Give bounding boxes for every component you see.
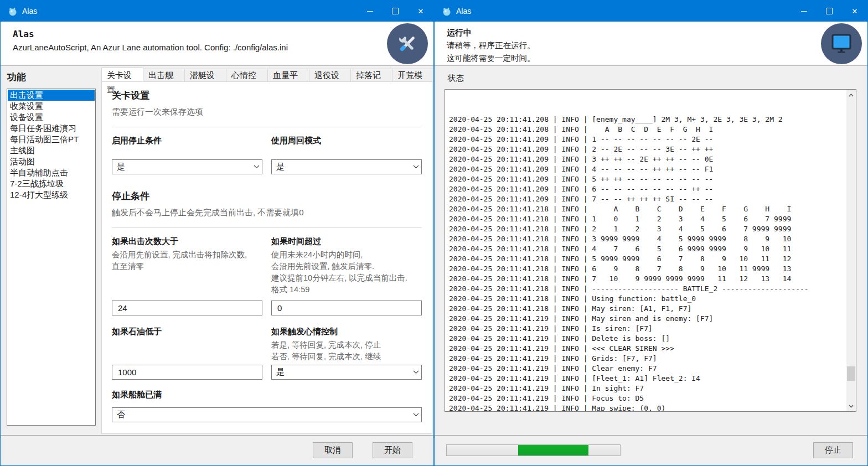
log-line: 2020-04-25 20:11:41.218 | INFO | 3 9999 …	[449, 234, 846, 244]
maximize-button[interactable]	[817, 1, 842, 22]
if-count-input[interactable]	[117, 303, 260, 313]
if-oil-input[interactable]	[117, 367, 260, 377]
divider	[112, 227, 422, 228]
dropdown-value: 是	[117, 162, 125, 172]
minimize-button[interactable]	[791, 1, 817, 22]
sidebar-item-label: 每日活动图三倍PT	[10, 134, 79, 144]
desc-line: 若否, 等待回复, 完成本次, 继续	[271, 351, 422, 363]
log-line: 2020-04-25 20:11:41.219 | INFO | Delete …	[449, 334, 846, 344]
scrollbar-down-button[interactable]	[846, 401, 856, 411]
titlebar[interactable]: Alas ✕	[1, 1, 433, 22]
close-icon: ✕	[852, 8, 858, 15]
sidebar-item[interactable]: 设备设置	[8, 112, 95, 123]
alas-logo-icon	[442, 7, 451, 16]
log-line: 2020-04-25 20:11:41.209 | INFO | 5 ++ ++…	[449, 174, 846, 184]
progress-fill	[518, 445, 588, 455]
log-scrollbar[interactable]	[846, 90, 856, 411]
if-time-field	[271, 301, 422, 315]
tab[interactable]: 血量平衡	[267, 69, 309, 81]
tab[interactable]: 出击舰队	[143, 69, 185, 81]
maximize-button[interactable]	[383, 1, 408, 22]
desc-line: 直至清零	[112, 261, 262, 272]
log-line: 2020-04-25 20:11:41.218 | INFO | 7 10 9 …	[449, 274, 846, 284]
field-desc-if-time: 使用未来24小时内的时间,会沿用先前设置, 触发后清零.建议提前10分钟左右, …	[271, 249, 422, 296]
sidebar-list: 出击设置收菜设置设备设置每日任务困难演习每日活动图三倍PT主线图活动图半自动辅助…	[7, 89, 96, 426]
section-desc-stop-cond: 触发后不会马上停止会先完成当前出击, 不需要就填0	[112, 208, 422, 218]
sidebar-item[interactable]: 活动图	[8, 156, 95, 167]
field-desc-if-count: 会沿用先前设置, 完成出击将扣除次数,直至清零	[112, 249, 262, 272]
tab[interactable]: 潜艇设置	[184, 69, 226, 81]
sidebar-item[interactable]: 主线图	[8, 145, 95, 156]
app-header: Alas AzurLaneAutoScript, An Azur Lane au…	[1, 22, 433, 66]
dropdown-value: 是	[276, 367, 285, 377]
field-label-enable-stop: 启用停止条件	[112, 136, 262, 146]
progress-bar	[446, 444, 621, 456]
sidebar-item[interactable]: 每日任务困难演习	[8, 123, 95, 134]
log-line: 2020-04-25 20:11:41.219 | INFO | In sigh…	[449, 384, 846, 393]
log-viewport[interactable]: 2020-04-25 20:11:41.208 | INFO | [enemy_…	[445, 90, 846, 411]
close-button[interactable]: ✕	[842, 1, 867, 22]
stop-button[interactable]: 停止	[813, 442, 853, 458]
log-line: 2020-04-25 20:11:41.208 | INFO | A B C D…	[449, 125, 846, 134]
sidebar-item-label: 出击设置	[10, 90, 43, 100]
log-line: 2020-04-25 20:11:41.218 | INFO | -------…	[449, 284, 846, 294]
sidebar-item[interactable]: 半自动辅助点击	[8, 167, 95, 178]
log-line: 2020-04-25 20:11:41.218 | INFO | A B C D…	[449, 204, 846, 214]
alas-logo-icon	[8, 7, 17, 16]
maximize-icon	[826, 8, 833, 14]
tab[interactable]: 掉落记录	[350, 69, 392, 81]
app-name: Alas	[1, 22, 433, 39]
loop-mode-dropdown[interactable]: 是	[271, 159, 422, 174]
field-label-loop-mode: 使用周回模式	[271, 136, 422, 146]
close-icon: ✕	[418, 8, 424, 15]
enable-stop-dropdown[interactable]: 是	[112, 159, 262, 174]
titlebar[interactable]: Alas ✕	[435, 1, 867, 22]
close-button[interactable]: ✕	[408, 1, 433, 22]
maximize-icon	[392, 8, 399, 14]
log-line: 2020-04-25 20:11:41.218 | INFO | 1 0 1 2…	[449, 214, 846, 224]
desc-line: 会沿用先前设置, 触发后清零.	[271, 261, 422, 272]
runner-window: Alas ✕ 运行中 请稍等，程序正在运行。 这可能将需要一定时间。 状态 20…	[434, 0, 868, 466]
section-desc: 需要运行一次来保存选项	[112, 107, 422, 117]
if-time-input[interactable]	[276, 303, 419, 313]
if-oil-field	[112, 365, 262, 380]
running-title: 运行中	[435, 22, 867, 38]
window-title: Alas	[456, 7, 791, 15]
field-label-if-dock: 如果船舱已满	[112, 390, 422, 400]
runner-content: 状态 2020-04-25 20:11:41.208 | INFO | [ene…	[435, 66, 867, 435]
sidebar-item[interactable]: 出击设置	[8, 90, 95, 101]
tab[interactable]: 退役设置	[309, 69, 351, 81]
tools-icon	[387, 23, 428, 64]
scrollbar-thumb[interactable]	[847, 366, 855, 381]
sidebar-item[interactable]: 12-4打大型练级	[8, 189, 95, 200]
start-button[interactable]: 开始	[373, 442, 412, 458]
settings-footer: 取消 开始	[1, 435, 433, 465]
sidebar-item[interactable]: 7-2三战拣垃圾	[8, 178, 95, 189]
tab[interactable]: 开荒模式	[392, 69, 434, 81]
cancel-button[interactable]: 取消	[313, 442, 353, 458]
log-line: 2020-04-25 20:11:41.209 | INFO | 1 -- --…	[449, 134, 846, 144]
log-lines: 2020-04-25 20:11:41.208 | INFO | [enemy_…	[445, 90, 846, 411]
dropdown-value: 否	[117, 410, 125, 420]
log-line: 2020-04-25 20:11:41.218 | INFO | 4 7 6 5…	[449, 244, 846, 254]
tab[interactable]: 心情控制	[226, 69, 268, 81]
log-line: 2020-04-25 20:11:41.209 | INFO | 4 -- --…	[449, 164, 846, 174]
sidebar-item-label: 收菜设置	[10, 101, 43, 111]
log-line: 2020-04-25 20:11:41.219 | INFO | <<< CLE…	[449, 344, 846, 354]
if-emotion-dropdown[interactable]: 是	[271, 365, 422, 380]
settings-content: 功能 出击设置收菜设置设备设置每日任务困难演习每日活动图三倍PT主线图活动图半自…	[1, 66, 433, 435]
if-dock-dropdown[interactable]: 否	[112, 407, 422, 422]
running-line1: 请稍等，程序正在运行。	[435, 38, 867, 51]
scrollbar-up-button[interactable]	[846, 90, 856, 100]
sidebar-item[interactable]: 收菜设置	[8, 101, 95, 112]
desc-line: 建议提前10分钟左右, 以完成当前出击.	[271, 272, 422, 284]
sidebar-item[interactable]: 每日活动图三倍PT	[8, 134, 95, 145]
log-line: 2020-04-25 20:11:41.208 | INFO | [enemy_…	[449, 115, 846, 125]
field-label-if-time: 如果时间超过	[271, 236, 422, 247]
log-line: 2020-04-25 20:11:41.219 | INFO | May sir…	[449, 314, 846, 324]
minimize-button[interactable]	[357, 1, 383, 22]
tab[interactable]: 关卡设置	[101, 68, 143, 81]
monitor-icon	[821, 23, 862, 64]
sidebar-item-label: 半自动辅助点击	[10, 168, 68, 177]
settings-window: Alas ✕ Alas AzurLaneAutoScript, An Azur …	[0, 0, 434, 466]
